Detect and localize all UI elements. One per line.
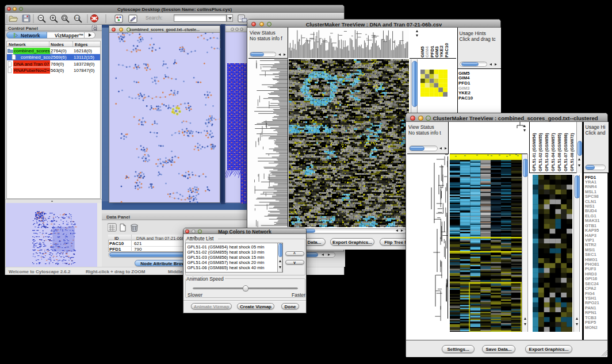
svg-text:1:1: 1:1	[75, 16, 79, 20]
